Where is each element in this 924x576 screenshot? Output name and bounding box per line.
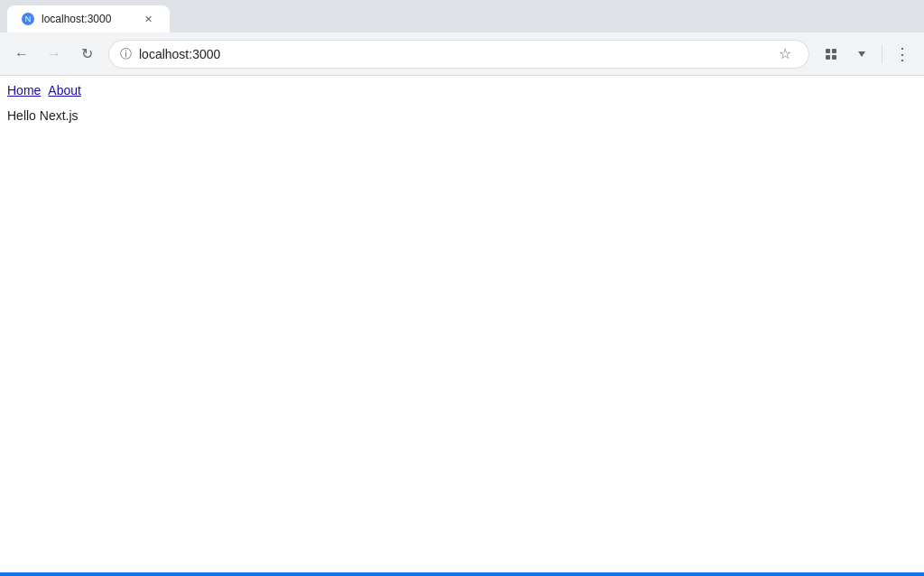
svg-rect-0: [826, 49, 830, 53]
refresh-button[interactable]: ↻: [72, 40, 101, 69]
profile-button[interactable]: [847, 40, 876, 69]
lock-icon: ⓘ: [120, 46, 132, 62]
browser-tab[interactable]: N localhost:3000 ✕: [7, 5, 170, 33]
tab-title: localhost:3000: [42, 13, 134, 25]
nav-links: Home About: [7, 83, 917, 98]
toolbar-icons: ⋮: [817, 40, 917, 69]
page-content: Home About Hello Next.js: [0, 76, 924, 572]
browser-toolbar: ← → ↻ ⓘ ☆: [0, 33, 924, 76]
menu-button[interactable]: ⋮: [888, 40, 917, 69]
profile-icon: [855, 47, 869, 61]
page-body-text: Hello Next.js: [7, 108, 917, 123]
address-bar[interactable]: [139, 47, 765, 61]
home-link[interactable]: Home: [7, 83, 41, 98]
svg-rect-2: [826, 55, 830, 60]
extensions-icon: [824, 47, 838, 61]
tab-close-button[interactable]: ✕: [141, 12, 155, 26]
toolbar-divider: [882, 45, 882, 63]
about-link[interactable]: About: [48, 83, 81, 98]
browser-window: N localhost:3000 ✕ ← → ↻ ⓘ ☆: [0, 0, 924, 576]
svg-marker-4: [858, 51, 865, 57]
bookmark-button[interactable]: ☆: [772, 42, 798, 67]
svg-rect-3: [832, 55, 836, 60]
forward-button[interactable]: →: [40, 40, 69, 69]
menu-dots-icon: ⋮: [894, 44, 911, 64]
bottom-bar: [0, 572, 924, 576]
tab-favicon: N: [22, 13, 34, 25]
tab-bar: N localhost:3000 ✕: [0, 0, 924, 33]
address-bar-container: ⓘ ☆: [108, 40, 809, 69]
extensions-button[interactable]: [817, 40, 845, 69]
back-button[interactable]: ←: [7, 40, 36, 69]
svg-rect-1: [832, 49, 836, 53]
